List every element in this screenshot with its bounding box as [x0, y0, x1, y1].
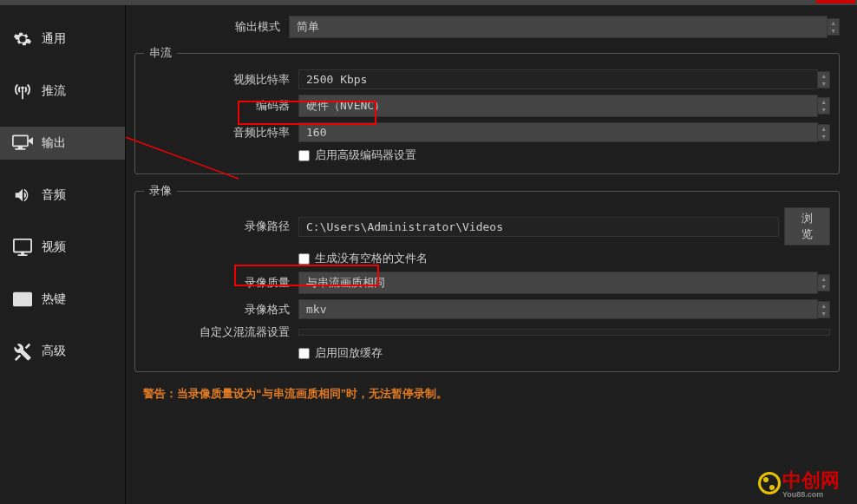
- video-bitrate-row: 视频比特率 2500 Kbps ▲▼: [144, 69, 830, 89]
- encoder-spinners[interactable]: ▲▼: [818, 97, 830, 115]
- streaming-group: 串流 视频比特率 2500 Kbps ▲▼ 编码器 硬件（NVENC） ▲▼ 音…: [134, 45, 840, 174]
- sidebar-item-label: 高级: [42, 344, 66, 359]
- encoder-row: 编码器 硬件（NVENC） ▲▼: [144, 95, 830, 117]
- encoder-label: 编码器: [144, 98, 298, 114]
- recording-legend: 录像: [144, 183, 177, 199]
- audio-bitrate-row: 音频比特率 160 ▲▼: [144, 122, 830, 142]
- antenna-icon: [12, 82, 33, 101]
- replay-buffer-row: 启用回放缓存: [144, 345, 830, 361]
- output-icon: [12, 134, 33, 153]
- speaker-icon: [12, 186, 33, 205]
- recording-format-label: 录像格式: [144, 302, 298, 317]
- tools-icon: [12, 342, 33, 361]
- replay-buffer-label: 启用回放缓存: [315, 345, 383, 361]
- logo-ball-icon: [758, 472, 781, 494]
- warning-text: 警告：当录像质量设为“与串流画质相同”时，无法暂停录制。: [143, 386, 840, 402]
- sidebar-item-label: 通用: [42, 31, 66, 47]
- monitor-icon: [12, 238, 33, 257]
- content-container: 通用 推流 输出 音频 视频 热键 高级 输出模式: [0, 5, 857, 504]
- audio-bitrate-label: 音频比特率: [144, 125, 298, 141]
- video-bitrate-input[interactable]: 2500 Kbps: [298, 69, 818, 89]
- output-mode-row: 输出模式 简单 ▲▼: [134, 16, 840, 38]
- custom-muxer-input[interactable]: [298, 329, 830, 336]
- sidebar: 通用 推流 输出 音频 视频 热键 高级: [0, 5, 126, 504]
- recording-group: 录像 录像路径 C:\Users\Administrator\Videos 浏览…: [134, 183, 840, 372]
- sidebar-item-video[interactable]: 视频: [0, 231, 125, 264]
- keyboard-icon: [12, 290, 33, 309]
- replay-buffer-checkbox[interactable]: [298, 348, 310, 359]
- streaming-legend: 串流: [144, 45, 177, 61]
- logo-text: 中创网: [782, 469, 840, 491]
- no-space-filename-checkbox[interactable]: [298, 253, 310, 265]
- recording-quality-spinners[interactable]: ▲▼: [818, 274, 830, 291]
- output-mode-spinners[interactable]: ▲▼: [828, 18, 840, 36]
- sidebar-item-general[interactable]: 通用: [0, 23, 125, 56]
- custom-muxer-label: 自定义混流器设置: [144, 324, 298, 340]
- watermark-logo: 中创网 You88.com: [758, 468, 840, 499]
- no-space-filename-row: 生成没有空格的文件名: [144, 251, 830, 266]
- recording-quality-label: 录像质量: [144, 275, 298, 291]
- audio-bitrate-spinners[interactable]: ▲▼: [818, 124, 830, 141]
- main-panel: 输出模式 简单 ▲▼ 串流 视频比特率 2500 Kbps ▲▼ 编码器 硬件（…: [126, 5, 857, 504]
- encoder-select[interactable]: 硬件（NVENC）: [298, 95, 818, 117]
- custom-muxer-row: 自定义混流器设置: [144, 324, 830, 340]
- recording-path-label: 录像路径: [144, 219, 298, 234]
- video-bitrate-label: 视频比特率: [144, 72, 298, 88]
- recording-format-select[interactable]: mkv: [298, 299, 818, 319]
- advanced-encoder-label: 启用高级编码器设置: [315, 147, 416, 163]
- recording-format-row: 录像格式 mkv ▲▼: [144, 299, 830, 319]
- sidebar-item-label: 视频: [42, 239, 66, 255]
- recording-path-input[interactable]: C:\Users\Administrator\Videos: [298, 217, 779, 237]
- output-mode-label: 输出模式: [134, 19, 289, 35]
- advanced-encoder-checkbox[interactable]: [298, 150, 310, 161]
- video-bitrate-spinners[interactable]: ▲▼: [818, 71, 830, 88]
- recording-format-spinners[interactable]: ▲▼: [818, 301, 830, 318]
- sidebar-item-advanced[interactable]: 高级: [0, 335, 125, 368]
- sidebar-item-hotkeys[interactable]: 热键: [0, 283, 125, 316]
- logo-subtext: You88.com: [782, 490, 840, 499]
- sidebar-item-output[interactable]: 输出: [0, 127, 125, 160]
- audio-bitrate-select[interactable]: 160: [298, 122, 818, 142]
- recording-quality-row: 录像质量 与串流画质相同 ▲▼: [144, 272, 830, 294]
- sidebar-item-stream[interactable]: 推流: [0, 75, 125, 108]
- no-space-filename-label: 生成没有空格的文件名: [315, 251, 428, 266]
- browse-button[interactable]: 浏览: [784, 207, 830, 245]
- recording-quality-select[interactable]: 与串流画质相同: [298, 272, 818, 294]
- sidebar-item-label: 推流: [42, 83, 66, 99]
- sidebar-item-label: 音频: [42, 187, 66, 203]
- sidebar-item-label: 热键: [42, 291, 66, 307]
- sidebar-item-audio[interactable]: 音频: [0, 179, 125, 212]
- advanced-encoder-row: 启用高级编码器设置: [144, 147, 830, 163]
- recording-path-row: 录像路径 C:\Users\Administrator\Videos 浏览: [144, 207, 830, 245]
- sidebar-item-label: 输出: [42, 135, 66, 151]
- output-mode-select[interactable]: 简单: [289, 16, 828, 38]
- gear-icon: [12, 29, 33, 49]
